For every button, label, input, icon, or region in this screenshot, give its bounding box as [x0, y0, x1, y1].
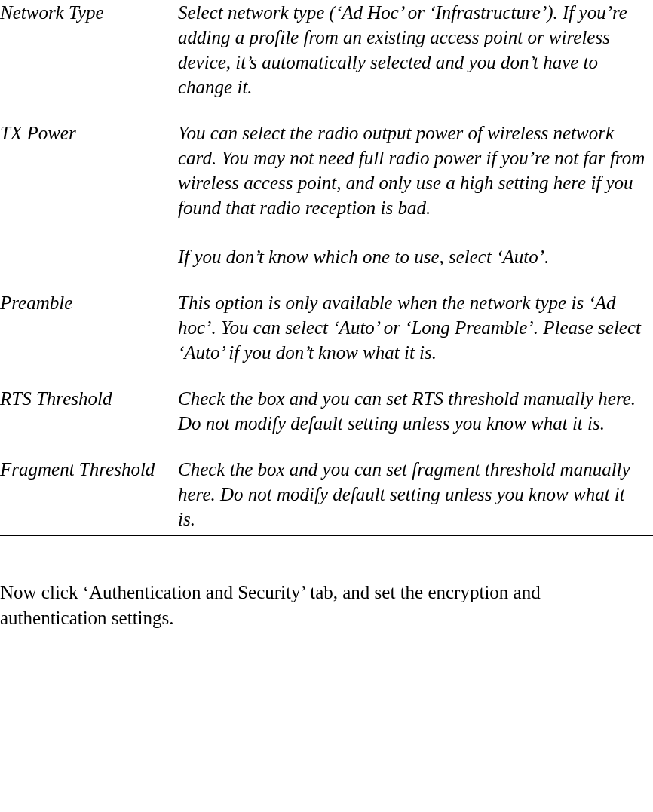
term-cell: Network Type [0, 0, 178, 100]
description-cell: Select network type (‘Ad Hoc’ or ‘Infras… [178, 0, 653, 100]
description-cell: Check the box and you can set fragment t… [178, 457, 653, 532]
table-row: Preamble This option is only available w… [0, 290, 653, 365]
closing-paragraph: Now click ‘Authentication and Security’ … [0, 580, 653, 631]
description-cell: This option is only available when the n… [178, 290, 653, 365]
term-cell: TX Power [0, 121, 178, 269]
table-row: RTS Threshold Check the box and you can … [0, 386, 653, 436]
description-cell: You can select the radio output power of… [178, 121, 653, 269]
description-text: Check the box and you can set RTS thresh… [178, 386, 645, 436]
description-text: If you don’t know which one to use, sele… [178, 244, 645, 269]
description-text: This option is only available when the n… [178, 290, 645, 365]
term-cell: RTS Threshold [0, 386, 178, 436]
term-cell: Preamble [0, 290, 178, 365]
description-text: Select network type (‘Ad Hoc’ or ‘Infras… [178, 0, 645, 100]
description-cell: Check the box and you can set RTS thresh… [178, 386, 653, 436]
section-divider [0, 535, 653, 536]
document-page: Network Type Select network type (‘Ad Ho… [0, 0, 653, 631]
table-row: TX Power You can select the radio output… [0, 121, 653, 269]
description-text: Check the box and you can set fragment t… [178, 457, 645, 532]
term-cell: Fragment Threshold [0, 457, 178, 532]
definition-table: Network Type Select network type (‘Ad Ho… [0, 0, 653, 532]
description-text: You can select the radio output power of… [178, 121, 645, 220]
table-row: Fragment Threshold Check the box and you… [0, 457, 653, 532]
table-row: Network Type Select network type (‘Ad Ho… [0, 0, 653, 100]
